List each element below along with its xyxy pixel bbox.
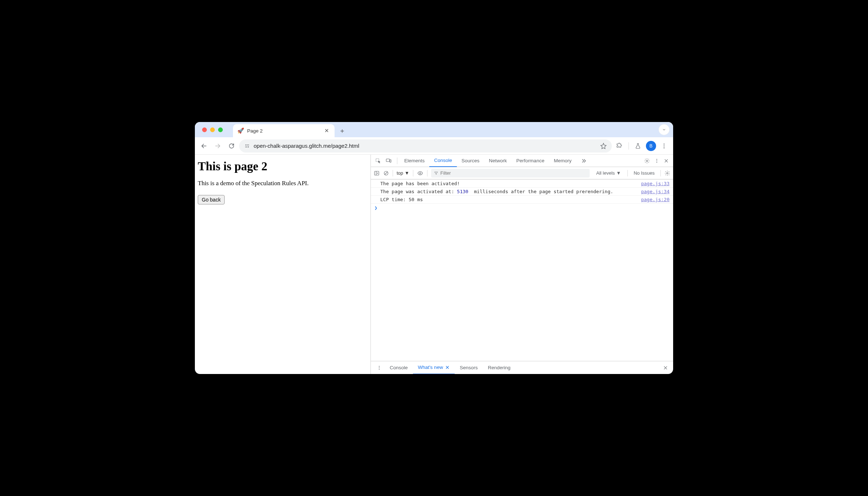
nav-back-button[interactable] — [198, 140, 210, 152]
inspect-icon[interactable] — [375, 158, 381, 164]
go-back-button[interactable]: Go back — [198, 195, 225, 204]
message-source-link[interactable]: page.js:33 — [638, 181, 670, 186]
svg-point-12 — [656, 160, 657, 161]
svg-point-22 — [379, 369, 380, 370]
tab-search-button[interactable] — [659, 124, 670, 135]
devtools-settings-button[interactable] — [644, 158, 650, 164]
devtools-panel: Elements Console Sources Network Perform… — [371, 155, 673, 374]
log-levels-selector[interactable]: All levels ▼ — [593, 170, 624, 176]
svg-point-18 — [419, 172, 421, 174]
toolbar-divider — [629, 142, 629, 150]
eye-icon — [417, 170, 423, 176]
svg-point-2 — [248, 146, 249, 147]
devtools-tabbar: Elements Console Sources Network Perform… — [371, 155, 673, 167]
svg-point-20 — [379, 366, 380, 366]
svg-point-0 — [245, 145, 246, 146]
chevrons-right-icon — [581, 158, 587, 164]
svg-rect-8 — [386, 159, 389, 161]
drawer-close-button[interactable] — [663, 365, 670, 370]
console-toolbar: top ▼ All levels ▼ No Issues — [371, 167, 673, 179]
rendered-page: This is page 2 This is a demo of the Spe… — [195, 155, 371, 374]
dropdown-triangle-icon: ▼ — [405, 170, 409, 176]
clear-console-button[interactable] — [383, 170, 389, 176]
window-maximize-button[interactable] — [218, 127, 223, 132]
drawer-tab-rendering[interactable]: Rendering — [483, 361, 515, 374]
drawer-tab-close-button[interactable]: ✕ — [445, 365, 450, 370]
console-message: LCP time: 50 ms page.js:20 — [371, 196, 673, 204]
reload-icon — [228, 143, 235, 149]
tab-sources[interactable]: Sources — [457, 155, 484, 167]
tab-overflow-button[interactable] — [576, 155, 591, 167]
message-source-link[interactable]: page.js:34 — [638, 189, 670, 194]
close-icon — [663, 365, 668, 370]
page-heading: This is page 2 — [198, 160, 368, 173]
filter-icon — [434, 171, 438, 175]
window-controls — [200, 122, 225, 137]
window-minimize-button[interactable] — [210, 127, 215, 132]
new-tab-button[interactable]: ＋ — [336, 124, 348, 137]
console-message: The page was activated at: 5130 millisec… — [371, 188, 673, 196]
drawer-menu-button[interactable] — [374, 361, 385, 374]
bookmark-button[interactable] — [600, 143, 607, 149]
extensions-button[interactable] — [613, 140, 626, 152]
site-settings-icon[interactable] — [244, 143, 250, 149]
tab-elements[interactable]: Elements — [400, 155, 429, 167]
device-toggle-icon[interactable] — [385, 158, 392, 164]
tab-console[interactable]: Console — [429, 155, 457, 167]
favicon-icon: 🚀 — [237, 127, 244, 134]
toggle-sidebar-button[interactable] — [374, 170, 380, 176]
tab-performance[interactable]: Performance — [512, 155, 549, 167]
close-icon — [664, 158, 669, 163]
url-text: open-chalk-asparagus.glitch.me/page2.htm… — [254, 143, 597, 149]
profile-button[interactable]: B — [645, 140, 657, 152]
tabbar-separator — [397, 158, 397, 164]
filter-box[interactable] — [431, 169, 590, 178]
svg-point-11 — [656, 159, 657, 159]
issues-count[interactable]: No Issues — [631, 170, 657, 176]
svg-point-5 — [664, 145, 665, 146]
chrome-menu-button[interactable] — [658, 140, 670, 152]
tab-memory[interactable]: Memory — [549, 155, 576, 167]
arrow-right-icon — [214, 143, 221, 149]
console-toolbar-sep-2 — [413, 170, 413, 176]
live-expression-button[interactable] — [417, 170, 423, 176]
devtools-close-button[interactable] — [664, 158, 669, 163]
devtools-menu-button[interactable] — [654, 158, 659, 164]
tab-network[interactable]: Network — [484, 155, 512, 167]
message-text: The page was activated at: 5130 millisec… — [380, 189, 638, 194]
puzzle-icon — [616, 143, 623, 149]
drawer-tab-label: What's new — [418, 365, 443, 370]
avatar: B — [646, 141, 656, 151]
drawer-tab-console[interactable]: Console — [385, 361, 413, 374]
browser-window: 🚀 Page 2 ✕ ＋ open-chalk-asparagus.glitch… — [195, 122, 673, 374]
devtools-drawer: Console What's new ✕ Sensors Rendering — [371, 361, 673, 374]
devtools-lead-icons — [372, 158, 395, 164]
nav-reload-button[interactable] — [225, 140, 238, 152]
drawer-tab-whatsnew[interactable]: What's new ✕ — [413, 361, 455, 374]
console-message: The page has been activated! page.js:33 — [371, 179, 673, 188]
filter-input[interactable] — [440, 170, 587, 176]
kebab-icon — [654, 158, 659, 164]
svg-point-4 — [664, 143, 665, 145]
context-label: top — [397, 170, 403, 176]
chevron-right-icon: ❯ — [374, 205, 377, 211]
context-selector[interactable]: top ▼ — [397, 170, 409, 176]
console-toolbar-sep-3 — [427, 170, 427, 176]
dropdown-triangle-icon: ▼ — [616, 170, 621, 176]
window-close-button[interactable] — [202, 127, 207, 132]
browser-tab[interactable]: 🚀 Page 2 ✕ — [233, 124, 335, 137]
labs-button[interactable] — [632, 140, 644, 152]
svg-rect-14 — [374, 171, 379, 175]
tab-close-button[interactable]: ✕ — [323, 127, 330, 134]
star-icon — [600, 143, 607, 149]
console-output: The page has been activated! page.js:33 … — [371, 179, 673, 361]
console-toolbar-sep — [393, 170, 393, 176]
console-prompt[interactable]: ❯ — [371, 204, 673, 212]
plus-icon: ＋ — [339, 126, 345, 135]
address-bar[interactable]: open-chalk-asparagus.glitch.me/page2.htm… — [239, 139, 612, 153]
svg-rect-9 — [390, 159, 391, 162]
drawer-tab-sensors[interactable]: Sensors — [455, 361, 483, 374]
message-source-link[interactable]: page.js:20 — [638, 197, 670, 202]
nav-forward-button[interactable] — [212, 140, 224, 152]
console-settings-button[interactable] — [664, 170, 670, 176]
